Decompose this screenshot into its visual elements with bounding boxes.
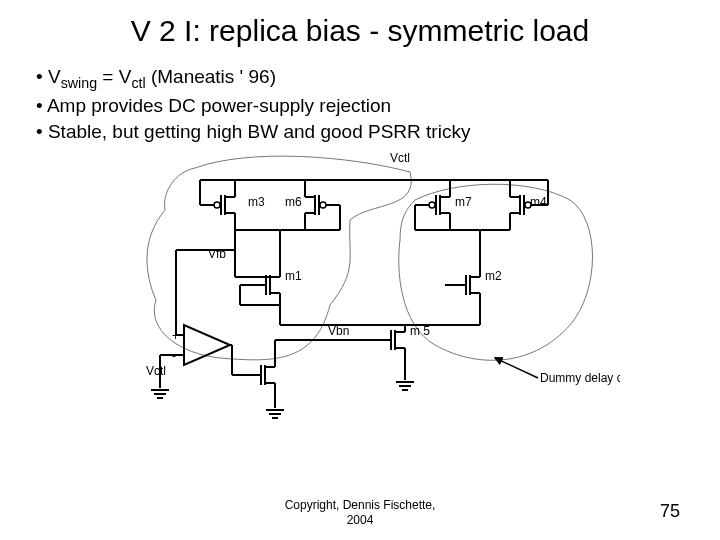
- svg-marker-59: [184, 325, 230, 365]
- vctl-amp-label: Vctl: [146, 364, 166, 378]
- m2-label: m2: [485, 269, 502, 283]
- vbn-label: Vbn: [328, 324, 349, 338]
- vctl-top-label: Vctl: [390, 151, 410, 165]
- bullet-1: Vswing = Vctl (Maneatis ' 96): [36, 64, 688, 93]
- svg-line-63: [495, 358, 538, 378]
- bullet-3: Stable, but getting high BW and good PSR…: [36, 119, 688, 145]
- m5-label: m 5: [410, 324, 430, 338]
- bullet-2: Amp provides DC power-supply rejection: [36, 93, 688, 119]
- m3-label: m3: [248, 195, 265, 209]
- footer-copyright: Copyright, Dennis Fischette, 2004: [0, 498, 720, 528]
- circuit-diagram: Vctl m3 m6 Vfb: [100, 150, 620, 440]
- amp-plus-label: +: [172, 329, 179, 343]
- m1-label: m1: [285, 269, 302, 283]
- m7-label: m7: [455, 195, 472, 209]
- bullet-list: Vswing = Vctl (Maneatis ' 96) Amp provid…: [36, 64, 688, 144]
- m4-label: m4: [530, 195, 547, 209]
- slide-title: V 2 I: replica bias - symmetric load: [32, 14, 688, 48]
- page-number: 75: [660, 501, 680, 522]
- dummy-label: Dummy delay cell: [540, 371, 620, 385]
- op-amp: + - Vctl: [146, 325, 232, 378]
- m6-label: m6: [285, 195, 302, 209]
